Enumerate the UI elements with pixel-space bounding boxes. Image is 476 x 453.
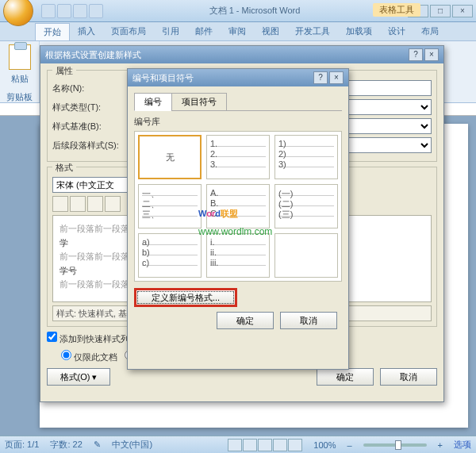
- view-web[interactable]: [258, 439, 272, 451]
- numbering-library: 无 1.2.3. 1)2)3) 一、二、三、 A.B.C. (一)(二)(三) …: [134, 131, 342, 282]
- tab-references[interactable]: 引用: [154, 23, 187, 40]
- qat-more[interactable]: [89, 4, 103, 18]
- paste-icon[interactable]: [9, 44, 31, 70]
- tab-view[interactable]: 视图: [254, 23, 287, 40]
- qat-undo[interactable]: [57, 4, 71, 18]
- dlg-num-help[interactable]: ?: [313, 71, 328, 84]
- tab-tlayout[interactable]: 布局: [413, 23, 447, 40]
- num-roman-lower[interactable]: i.ii.iii.: [206, 233, 270, 278]
- qat-save[interactable]: [41, 4, 56, 18]
- tab-review[interactable]: 审阅: [221, 23, 254, 40]
- num-decimal-paren[interactable]: 1)2)3): [274, 135, 338, 179]
- status-options[interactable]: 选项: [454, 439, 471, 451]
- num-ok-button[interactable]: 确定: [217, 312, 274, 329]
- tab-bullets[interactable]: 项目符号: [171, 93, 227, 111]
- num-lower-letter[interactable]: a)b)c): [138, 233, 202, 278]
- tab-insert[interactable]: 插入: [70, 23, 103, 40]
- dlg-style-help[interactable]: ?: [409, 48, 423, 61]
- status-words[interactable]: 字数: 22: [50, 439, 82, 451]
- status-lang[interactable]: 中文(中国): [112, 439, 152, 451]
- clipboard-label: 剪贴板: [0, 91, 39, 103]
- dlg-num-title: 编号和项目符号: [132, 72, 194, 84]
- num-cancel-button[interactable]: 取消: [280, 312, 337, 329]
- num-upper-letter[interactable]: A.B.C.: [206, 184, 270, 228]
- num-chinese-paren[interactable]: (一)(二)(三): [274, 184, 338, 228]
- maximize-button[interactable]: □: [430, 5, 451, 17]
- ribbon-tabs: 开始 插入 页面布局 引用 邮件 审阅 视图 开发工具 加载项 设计 布局: [0, 22, 476, 41]
- context-tab-table: 表格工具: [373, 3, 420, 17]
- close-button[interactable]: ×: [452, 5, 473, 17]
- view-draft[interactable]: [288, 439, 302, 451]
- num-none[interactable]: 无: [138, 135, 202, 179]
- status-page[interactable]: 页面: 1/1: [5, 439, 39, 451]
- zoom-slider[interactable]: [363, 443, 427, 447]
- qat-redo[interactable]: [73, 4, 87, 18]
- only-doc-radio[interactable]: [61, 350, 71, 360]
- add-quick-checkbox[interactable]: [47, 332, 57, 342]
- define-new-number-button[interactable]: 定义新编号格式...: [134, 288, 237, 307]
- tab-layout[interactable]: 页面布局: [103, 23, 154, 40]
- window-title: 文档 1 - Microsoft Word: [103, 5, 406, 17]
- dialog-numbering: 编号和项目符号 ? × 编号 项目符号 编号库 无 1.2.3. 1)2)3) …: [127, 68, 349, 370]
- num-decimal-dot[interactable]: 1.2.3.: [206, 135, 270, 179]
- num-empty[interactable]: [274, 233, 338, 278]
- align-justify[interactable]: [105, 196, 121, 212]
- dlg-style-close[interactable]: ×: [424, 48, 439, 61]
- align-right[interactable]: [87, 196, 103, 212]
- status-bar: 页面: 1/1 字数: 22 ✎ 中文(中国) 100% – + 选项: [0, 436, 476, 453]
- dlg-num-close[interactable]: ×: [329, 71, 344, 84]
- align-center[interactable]: [70, 196, 86, 212]
- status-zoom[interactable]: 100%: [313, 440, 336, 450]
- tab-numbering[interactable]: 编号: [134, 93, 172, 111]
- num-chinese[interactable]: 一、二、三、: [138, 184, 202, 228]
- view-outline[interactable]: [273, 439, 287, 451]
- view-print[interactable]: [228, 439, 242, 451]
- style-ok-button[interactable]: 确定: [317, 368, 374, 386]
- view-read[interactable]: [243, 439, 257, 451]
- tab-addins[interactable]: 加载项: [338, 23, 380, 40]
- tab-design[interactable]: 设计: [380, 23, 413, 40]
- tab-dev[interactable]: 开发工具: [287, 23, 338, 40]
- paste-label: 粘贴: [0, 73, 39, 85]
- tab-mail[interactable]: 邮件: [187, 23, 221, 40]
- dlg-style-title: 根据格式设置创建新样式: [45, 49, 141, 61]
- align-left[interactable]: [52, 196, 68, 212]
- tab-home[interactable]: 开始: [35, 23, 70, 40]
- format-menu-button[interactable]: 格式(O) ▾: [47, 368, 110, 386]
- style-cancel-button[interactable]: 取消: [380, 368, 437, 386]
